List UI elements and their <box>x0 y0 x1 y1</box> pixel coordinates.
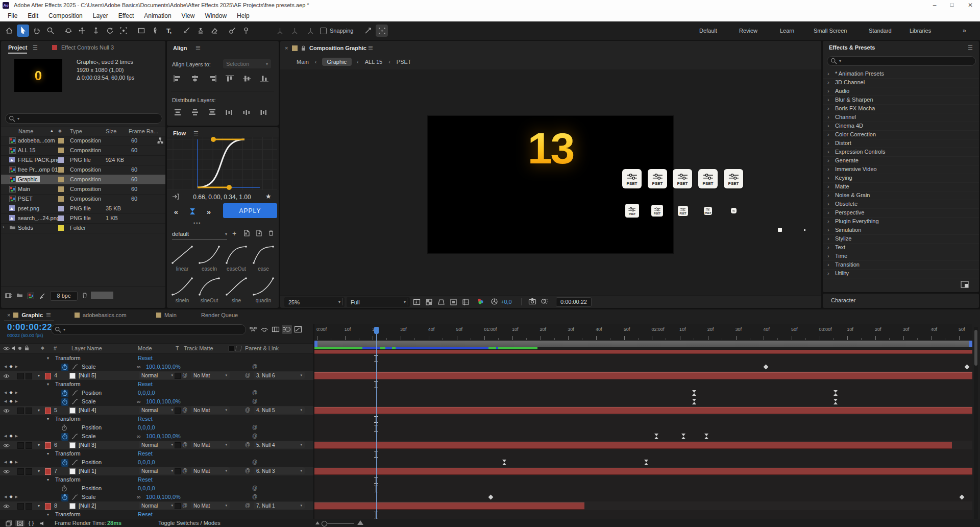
home-tool[interactable] <box>3 25 15 37</box>
new-composition-icon[interactable] <box>28 293 34 300</box>
reset-link[interactable]: Reset <box>138 450 153 457</box>
stopwatch-icon[interactable] <box>61 424 67 432</box>
panel-splitter[interactable] <box>313 324 314 519</box>
view-axis-icon[interactable] <box>305 25 316 36</box>
stopwatch-icon[interactable] <box>61 485 67 493</box>
expression-toggle-icon[interactable]: @ <box>252 364 257 369</box>
effects-panel-menu-icon[interactable]: ☰ <box>968 44 973 51</box>
breadcrumb-item-pset[interactable]: PSET <box>396 58 412 66</box>
dist-hleft-button[interactable] <box>225 108 236 118</box>
reset-link[interactable]: Reset <box>138 355 153 361</box>
flow-preset-easeOut[interactable]: easeOut <box>223 244 250 274</box>
menu-composition[interactable]: Composition <box>44 12 87 19</box>
pen-tool[interactable] <box>149 25 161 37</box>
brush-tool[interactable] <box>181 25 193 37</box>
menu-layer[interactable]: Layer <box>88 12 113 19</box>
viewer-tab-title[interactable]: Composition Graphic <box>309 45 366 51</box>
item-color-swatch[interactable] <box>58 138 64 143</box>
exposure-value[interactable]: +0,0 <box>501 299 512 305</box>
effects-search-input[interactable]: ▾ <box>827 56 976 66</box>
parent-select[interactable]: 3. Null 6▾ <box>254 372 305 379</box>
expander-chevron-icon[interactable]: ▾ <box>47 356 49 361</box>
layer-color-swatch[interactable] <box>45 503 51 510</box>
expander-chevron-icon[interactable]: ▾ <box>38 443 40 447</box>
bpc-button[interactable]: 8 bpc <box>50 291 78 301</box>
magnification-select[interactable]: 25%▾ <box>284 297 345 307</box>
track-matte-select[interactable]: No Mat▾ <box>191 441 230 448</box>
expander-chevron-icon[interactable]: ▾ <box>47 451 49 456</box>
tab-close-icon[interactable]: × <box>7 312 10 318</box>
layer-duration-bar[interactable] <box>314 407 972 414</box>
expression-toggle-icon[interactable]: @ <box>252 398 257 404</box>
add-preset-icon[interactable]: + <box>232 229 236 237</box>
layer-name[interactable]: [Null 1] <box>79 468 96 474</box>
interpret-footage-icon[interactable] <box>5 293 13 300</box>
flow-curve-editor[interactable] <box>167 137 279 190</box>
project-row-adobeba-com[interactable]: adobeba...comComposition60 <box>1 136 165 146</box>
close-button[interactable]: ✕ <box>961 2 980 9</box>
layer-duration-bar[interactable] <box>314 468 972 475</box>
menu-effect[interactable]: Effect <box>114 12 138 19</box>
property-value[interactable]: 0,0,0,0 <box>138 424 155 430</box>
project-row-graphic[interactable]: GraphicComposition60 <box>1 175 165 185</box>
group-label[interactable]: Transform <box>55 381 81 387</box>
expression-toggle-icon[interactable]: @ <box>252 433 257 439</box>
preserve-transparency-box[interactable] <box>175 408 181 414</box>
keyframe-diamond[interactable] <box>488 495 494 500</box>
reset-link[interactable]: Reset <box>138 511 153 517</box>
layer-name-column[interactable]: Layer Name <box>71 345 102 351</box>
blend-mode-select[interactable]: Normal▾ <box>139 441 176 448</box>
group-label[interactable]: Transform <box>55 476 81 483</box>
track-matte-pickwhip-icon[interactable]: @ <box>182 442 187 447</box>
composition-mini-flowchart-icon[interactable] <box>248 325 258 334</box>
flow-more-options[interactable]: ••• <box>193 221 201 226</box>
group-label[interactable]: Transform <box>55 511 81 517</box>
keyframe-hourglass[interactable] <box>681 437 685 439</box>
property-label[interactable]: Scale <box>82 433 96 439</box>
effects-category-boris-fx-mocha[interactable]: ›Boris FX Mocha <box>823 104 979 113</box>
export-preset-icon[interactable] <box>256 230 262 237</box>
effects-category-matte[interactable]: ›Matte <box>823 182 979 191</box>
graph-overlay-icon[interactable] <box>71 390 78 397</box>
minimize-button[interactable]: – <box>926 2 943 9</box>
audio-toggle-box[interactable] <box>17 442 24 449</box>
footage-name[interactable]: Graphic <box>77 59 96 65</box>
blend-mode-select[interactable]: Normal▾ <box>139 467 176 474</box>
audio-toggle-box[interactable] <box>17 468 24 475</box>
keyframe-hourglass[interactable] <box>502 460 506 462</box>
snapshot-icon[interactable] <box>528 298 536 306</box>
align-bottom-button[interactable] <box>260 75 271 85</box>
reset-link[interactable]: Reset <box>138 476 153 483</box>
solo-toggle-box[interactable] <box>26 503 32 510</box>
effects-category-keying[interactable]: ›Keying <box>823 174 979 183</box>
item-color-swatch[interactable] <box>58 148 64 153</box>
parent-select[interactable]: 6. Null 3▾ <box>254 467 305 474</box>
property-label[interactable]: Scale <box>82 398 96 404</box>
project-row-free-pr-omp-01[interactable]: free Pr...omp 01Composition60 <box>1 165 165 175</box>
workspace-libraries[interactable]: Libraries <box>910 28 931 34</box>
track-matte-select[interactable]: No Mat▾ <box>191 467 230 474</box>
project-row-free-pack-png[interactable]: FREE PACK.pngPNG file924 KB <box>1 155 165 165</box>
align-vcenter-button[interactable] <box>242 75 254 85</box>
expression-toggle-icon[interactable]: @ <box>252 494 257 499</box>
breadcrumb-item-graphic[interactable]: Graphic <box>322 58 352 66</box>
work-area-bar[interactable] <box>314 341 972 347</box>
keyframe-diamond[interactable] <box>965 365 970 370</box>
viewer-tab-close-icon[interactable]: × <box>285 45 288 51</box>
mask-visibility-toggle-icon[interactable] <box>376 25 388 37</box>
resolution-select[interactable]: Full▾ <box>347 297 410 307</box>
zoom-tool[interactable] <box>44 25 57 37</box>
effects-category-text[interactable]: ›Text <box>823 243 979 252</box>
layer-color-swatch[interactable] <box>45 373 51 379</box>
parent-select[interactable]: 4. Null 5▾ <box>254 406 305 414</box>
parent-pickwhip-icon[interactable]: @ <box>245 372 250 378</box>
workspace-standard[interactable]: Standard <box>869 28 892 34</box>
dist-vcenter-button[interactable] <box>190 108 202 118</box>
menu-window[interactable]: Window <box>200 12 231 19</box>
timeline-scrollbar-thumb[interactable] <box>974 330 977 366</box>
timeline-tab-main[interactable]: Main <box>153 309 180 321</box>
timeline-tab-graphic[interactable]: ×Graphic☰ <box>4 309 54 321</box>
link-dimensions-icon[interactable]: ∞ <box>137 364 141 370</box>
expression-toggle-icon[interactable]: @ <box>252 459 257 465</box>
eraser-tool[interactable] <box>208 25 220 37</box>
